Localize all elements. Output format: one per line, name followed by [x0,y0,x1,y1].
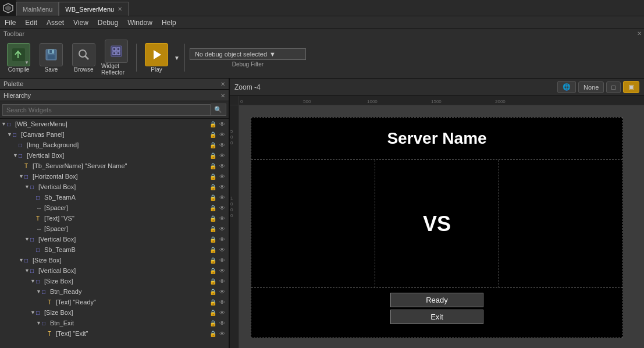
tab-wb-servermenu-close[interactable]: ✕ [118,6,122,12]
tree-row[interactable]: ▶ □ Sb_TeamB 🔒 👁 [0,244,229,255]
play-button[interactable]: Play [141,43,172,73]
tree-row[interactable]: ▼ □ [Vertical Box] 🔒 👁 [0,265,229,276]
hierarchy-close[interactable]: ✕ [220,93,225,99]
tree-row[interactable]: ▼ □ Btn_Exit 🔒 👁 [0,318,229,328]
tree-label: [Img_Background] [27,141,209,148]
tree-label: Btn_Ready [50,288,209,295]
tree-type-icon: □ [36,247,44,253]
browse-button[interactable]: Browse [69,43,99,73]
tree-row[interactable]: ▶ ↔ [Spacer] 🔒 👁 [0,203,229,213]
search-button[interactable]: 🔍 [211,104,226,116]
lock-icon: 🔒 [209,132,217,138]
h-ruler: 0 500 1000 1500 2000 [239,96,644,105]
toolbar-inner: ▼ Compile Save Browse [3,40,306,76]
tree-label: [Vertical Box] [27,152,209,159]
menu-edit[interactable]: Edit [20,16,42,29]
tree-type-icon: □ [19,152,27,159]
compile-button[interactable]: ▼ Compile [3,43,34,73]
tree-row-icons: 🔒 👁 [209,121,229,127]
search-input[interactable] [2,104,211,116]
canvas-controls: 🌐 None □ ▣ [557,81,639,93]
palette-close[interactable]: ✕ [220,81,225,87]
debug-object-select[interactable]: No debug object selected ▼ [190,48,306,60]
tab-wb-servermenu[interactable]: WB_ServerMenu ✕ [59,2,129,16]
canvas-viewport[interactable]: Server Name VS Ready Exit [239,105,644,348]
tab-mainmenu[interactable]: MainMenu [16,2,59,16]
preview-ready-button[interactable]: Ready [390,293,483,307]
menu-file[interactable]: File [0,16,20,29]
tree-row[interactable]: ▼ □ [Size Box] 🔒 👁 [0,276,229,286]
tree-row[interactable]: ▼ □ [Horizontal Box] 🔒 👁 [0,171,229,182]
tree-row[interactable]: ▼ □ [Vertical Box] 🔒 👁 [0,182,229,192]
play-dropdown-arrow[interactable]: ▼ [174,55,180,61]
preview-right-team [499,160,622,287]
tree-label: [Size Box] [44,309,209,316]
menu-debug[interactable]: Debug [93,16,123,29]
tree-row[interactable]: ▶ □ [Img_Background] 🔒 👁 [0,140,229,150]
tree-area: ▼ □ [WB_ServerMenu] 🔒 👁 ▼ □ [Canvas Pane… [0,119,229,348]
compile-icon: ▼ [7,43,30,66]
tree-row[interactable]: ▶ T [Text] "Exit" 🔒 👁 [0,328,229,339]
tree-label: [Spacer] [44,225,209,232]
ruler-mark-500: 500 [303,99,311,104]
tree-type-icon: □ [24,173,33,180]
lock-icon: 🔒 [209,278,217,285]
eye-icon: 👁 [218,289,226,295]
svg-point-8 [79,50,86,57]
tree-arrow: ▼ [7,132,13,137]
tree-label: Btn_Exit [50,319,209,326]
tree-row[interactable]: ▼ □ [Size Box] 🔒 👁 [0,255,229,265]
toolbar-title: Toolbar [3,30,24,37]
tree-row[interactable]: ▼ □ Btn_Ready 🔒 👁 [0,286,229,297]
tree-row-icons: 🔒 👁 [209,320,229,326]
v-ruler: 5 0 0 1 0 0 0 [230,105,239,348]
tree-row[interactable]: ▶ □ Sb_TeamA 🔒 👁 [0,192,229,203]
tree-row-icons: 🔒 👁 [209,152,229,159]
tree-label: [Size Box] [33,257,209,264]
tree-label: Sb_TeamB [44,246,209,253]
canvas-grid-btn[interactable]: ▣ [623,81,639,93]
tree-row[interactable]: ▼ □ [Vertical Box] 🔒 👁 [0,150,229,161]
tree-label: [Text] "VS" [44,215,209,222]
tree-type-icon: ↔ [36,226,44,232]
save-button[interactable]: Save [36,43,66,73]
h-ruler-row: 0 500 1000 1500 2000 [230,96,644,105]
tree-type-icon: □ [30,184,38,190]
ruler-mark-0: 0 [240,99,243,104]
preview-middle: VS [251,160,622,288]
tree-type-icon: □ [13,132,21,138]
tree-row[interactable]: ▶ T [Text] "Ready" 🔒 👁 [0,297,229,307]
lock-icon: 🔒 [209,215,217,222]
tree-label: [Vertical Box] [38,183,209,190]
ruler-mark-1500: 1500 [431,99,442,104]
tree-row-icons: 🔒 👁 [209,132,229,138]
tree-row[interactable]: ▶ T [Tb_ServerName] "Server Name" 🔒 👁 [0,161,229,171]
menu-view[interactable]: View [69,16,93,29]
tree-row[interactable]: ▶ T [Text] "VS" 🔒 👁 [0,213,229,223]
canvas-content: Server Name VS Ready Exit [239,105,644,348]
tree-row-icons: 🔒 👁 [209,331,229,337]
tree-row[interactable]: ▼ □ [WB_ServerMenu] 🔒 👁 [0,119,229,129]
widget-reflector-button[interactable]: Widget Reflector [101,40,131,76]
preview-exit-button[interactable]: Exit [390,310,483,324]
toolbar-close[interactable]: ✕ [637,30,642,37]
canvas-square-btn[interactable]: □ [606,81,621,93]
tree-label: [Vertical Box] [38,267,209,274]
preview-vs: VS [423,212,451,236]
eye-icon: 👁 [218,132,226,138]
canvas-none-btn[interactable]: None [578,81,604,93]
tree-row-icons: 🔒 👁 [209,226,229,232]
tree-row[interactable]: ▼ □ [Size Box] 🔒 👁 [0,307,229,318]
tree-label: [Vertical Box] [38,236,209,243]
tree-row[interactable]: ▼ □ [Canvas Panel] 🔒 👁 [0,129,229,140]
tree-row[interactable]: ▼ □ [Vertical Box] 🔒 👁 [0,234,229,244]
menu-asset[interactable]: Asset [42,16,69,29]
tree-type-icon: □ [42,320,50,326]
tree-row[interactable]: ▶ ↔ [Spacer] 🔒 👁 [0,223,229,234]
canvas-globe-btn[interactable]: 🌐 [557,81,576,93]
menu-window[interactable]: Window [123,16,157,29]
ruler-corner [230,96,239,105]
save-label: Save [45,66,58,73]
menu-help[interactable]: Help [157,16,181,29]
palette-panel-header: Palette ✕ [0,79,229,90]
